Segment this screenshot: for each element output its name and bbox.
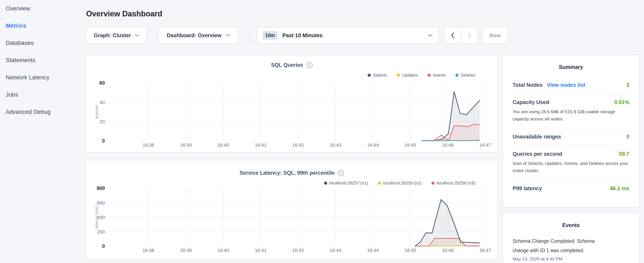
chart-title-row: SQL Queries i bbox=[86, 62, 498, 68]
event-message: Schema Change Completed: Schema change w… bbox=[512, 236, 604, 255]
legend-dot-icon bbox=[368, 74, 371, 77]
sidebar-item-statements[interactable]: Statements bbox=[6, 52, 84, 69]
service-latency-plot[interactable]: 16:3816:3916:4016:4116:4216:4316:4416:45… bbox=[86, 186, 498, 256]
summary-row-unavailable-ranges: Unavailable ranges 0 bbox=[512, 128, 629, 145]
legend-item: localhost:26257 (n1) bbox=[324, 181, 368, 185]
dashboard-dropdown[interactable]: Dashboard: Overview bbox=[158, 27, 238, 44]
event-timestamp: May 13, 2020 at 4:45 PM bbox=[512, 256, 629, 261]
time-step-forward-button[interactable] bbox=[461, 28, 478, 43]
summary-row-value: 3 bbox=[626, 82, 629, 88]
series-line bbox=[422, 141, 480, 141]
x-axis-tick-label: 16:45 bbox=[404, 142, 416, 148]
y-axis-tick-label: 60 bbox=[99, 81, 105, 86]
dashboard-label: Dashboard: Overview bbox=[167, 32, 221, 39]
summary-row-value: 59.7 bbox=[619, 151, 629, 157]
events-title: Events bbox=[512, 222, 629, 228]
chart-title: SQL Queries bbox=[271, 62, 303, 68]
summary-row-label: P99 latency bbox=[512, 185, 542, 191]
y-axis-tick-label: 200 bbox=[97, 229, 105, 234]
legend-dot-icon bbox=[428, 74, 431, 77]
chart-title: Service Latency: SQL, 99th percentile bbox=[240, 170, 335, 176]
x-axis-tick-label: 16:47 bbox=[479, 142, 491, 148]
summary-row-value: 46.1 ms bbox=[610, 185, 629, 191]
time-step-back-button[interactable] bbox=[444, 28, 461, 43]
legend-label: Deletes bbox=[461, 73, 475, 78]
sql-queries-plot[interactable]: 16:3816:3916:4016:4116:4216:4316:4416:45… bbox=[86, 81, 498, 151]
x-axis-tick-label: 16:41 bbox=[255, 248, 266, 253]
x-axis-tick-label: 16:46 bbox=[442, 142, 454, 148]
legend-label: Updates bbox=[402, 73, 418, 78]
graph-scope-dropdown[interactable]: Graph: Cluster bbox=[86, 27, 148, 44]
sidebar-nav-list: Overview Metrics Databases Statements Ne… bbox=[0, 0, 84, 121]
summary-row-label: Capacity Used bbox=[512, 99, 549, 105]
legend-item: Deletes bbox=[456, 73, 475, 78]
time-range-label: Past 10 Minutes bbox=[282, 32, 322, 39]
summary-row-total-nodes: Total Nodes View nodes list 3 bbox=[512, 77, 629, 93]
chevron-down-icon bbox=[225, 34, 230, 37]
legend-label: localhost:26258 (n3) bbox=[437, 181, 475, 185]
summary-row-queries-per-second: Queries per second 59.7 Sum of Selects, … bbox=[512, 145, 629, 180]
x-axis-tick-label: 16:43 bbox=[330, 142, 341, 148]
summary-title: Summary bbox=[512, 64, 629, 70]
summary-row-label: Total Nodes bbox=[512, 82, 542, 88]
chevron-down-icon bbox=[135, 34, 140, 37]
chevron-left-icon bbox=[451, 32, 454, 39]
legend-item: Selects bbox=[368, 73, 387, 78]
sidebar-item-network-latency[interactable]: Network Latency bbox=[6, 69, 84, 86]
y-axis-tick-label: 800 bbox=[97, 186, 105, 191]
legend-item: localhost:26258 (n3) bbox=[432, 181, 475, 185]
x-axis-tick-label: 16:38 bbox=[142, 142, 154, 148]
legend-label: localhost:26257 (n1) bbox=[329, 181, 368, 185]
sql-queries-chart-card: SQL Queries i SelectsUpdatesInsertsDelet… bbox=[86, 55, 498, 153]
x-axis-tick-label: 16:42 bbox=[292, 248, 304, 253]
summary-row-label: Queries per second bbox=[512, 151, 562, 157]
summary-panel: Summary Total Nodes View nodes list 3 Ca… bbox=[502, 55, 639, 207]
legend-item: localhost:26259 (n2) bbox=[378, 181, 422, 185]
summary-row-description: Sum of Selects, Updates, Inserts, and De… bbox=[512, 160, 629, 174]
sidebar-item-metrics[interactable]: Metrics bbox=[6, 17, 84, 35]
time-range-badge: 10m bbox=[263, 31, 277, 40]
time-range-selector[interactable]: 10m Past 10 Minutes bbox=[257, 27, 439, 44]
x-axis-tick-label: 16:38 bbox=[142, 248, 154, 253]
legend-item: Inserts bbox=[428, 73, 446, 78]
sidebar-item-databases[interactable]: Databases bbox=[6, 35, 84, 52]
info-icon[interactable]: i bbox=[306, 62, 312, 68]
summary-row-p99-latency: P99 latency 46.1 ms bbox=[512, 180, 629, 197]
x-axis-tick-label: 16:43 bbox=[330, 248, 341, 253]
y-axis-tick-label: 20 bbox=[100, 119, 105, 124]
legend-dot-icon bbox=[397, 74, 400, 77]
graph-scope-label: Graph: Cluster bbox=[94, 32, 131, 39]
controls-row: Graph: Cluster Dashboard: Overview 10m P… bbox=[86, 27, 509, 44]
chart-legend: localhost:26257 (n1)localhost:26259 (n2)… bbox=[324, 181, 475, 185]
x-axis-tick-label: 16:46 bbox=[442, 248, 454, 253]
sidebar-item-advanced-debug[interactable]: Advanced Debug bbox=[6, 103, 84, 121]
legend-item: Updates bbox=[397, 73, 418, 78]
sidebar-item-jobs[interactable]: Jobs bbox=[6, 86, 84, 103]
chevron-right-icon bbox=[468, 32, 471, 39]
y-axis-tick-label: 0 bbox=[102, 243, 105, 249]
summary-row-value: 0.01% bbox=[614, 99, 629, 105]
legend-dot-icon bbox=[456, 74, 458, 77]
x-axis-tick-label: 16:47 bbox=[479, 248, 491, 253]
x-axis-tick-label: 16:45 bbox=[404, 248, 416, 253]
chart-title-row: Service Latency: SQL, 99th percentile i bbox=[86, 170, 498, 176]
sidebar-item-overview[interactable]: Overview bbox=[6, 0, 84, 17]
summary-row-description: You are using 28.6 MiB of 515.9 GiB usab… bbox=[512, 108, 629, 123]
info-icon[interactable]: i bbox=[338, 170, 344, 176]
summary-row-label: Unavailable ranges bbox=[512, 134, 561, 140]
main-content: Overview Dashboard Graph: Cluster Dashbo… bbox=[86, 0, 509, 263]
y-axis-tick-label: 600 bbox=[97, 200, 105, 205]
y-axis-tick-label: 40 bbox=[100, 100, 105, 105]
x-axis-tick-label: 16:39 bbox=[180, 142, 192, 148]
x-axis-tick-label: 16:40 bbox=[217, 142, 229, 148]
event-list-item[interactable]: Schema Change Completed: Schema change w… bbox=[512, 236, 629, 261]
legend-dot-icon bbox=[378, 181, 381, 185]
chevron-down-icon bbox=[427, 34, 433, 37]
y-axis-title: queries bbox=[94, 105, 99, 119]
y-axis-title: latency (ms) bbox=[94, 206, 99, 229]
summary-row-capacity-used: Capacity Used 0.01% You are using 28.6 M… bbox=[512, 93, 629, 128]
legend-label: Selects bbox=[373, 73, 387, 78]
x-axis-tick-label: 16:40 bbox=[217, 248, 229, 253]
view-nodes-list-link[interactable]: View nodes list bbox=[547, 82, 585, 88]
now-button[interactable]: Now bbox=[482, 27, 508, 44]
